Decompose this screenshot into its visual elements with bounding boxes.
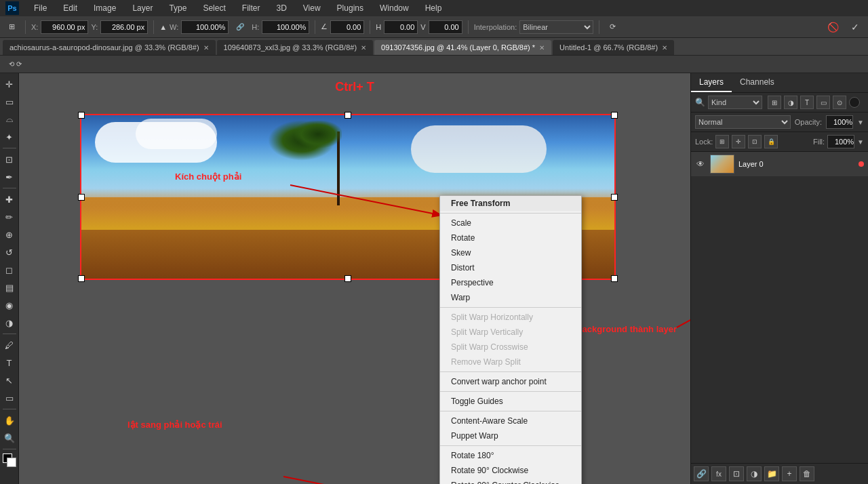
tab-3[interactable]: Untitled-1 @ 66.7% (RGB/8#) ✕ <box>553 40 674 55</box>
add-mask-btn[interactable]: ⊡ <box>729 466 744 481</box>
handle-mr[interactable] <box>611 194 618 201</box>
layer-row-0[interactable]: 👁 Layer 0 <box>691 152 868 176</box>
tab-layers[interactable]: Layers <box>691 73 732 92</box>
handle-tr[interactable] <box>611 112 618 119</box>
ctx-skew[interactable]: Skew <box>440 245 581 260</box>
tab-close-2[interactable]: ✕ <box>539 44 545 52</box>
w-input[interactable] <box>181 20 229 34</box>
handle-br[interactable] <box>611 275 618 282</box>
dodge-tool[interactable]: ◑ <box>1 315 18 331</box>
link-layers-btn[interactable]: 🔗 <box>694 466 709 481</box>
hskew-input[interactable] <box>384 20 418 34</box>
tab-close-0[interactable]: ✕ <box>203 44 209 52</box>
group-btn[interactable]: 📁 <box>764 466 779 481</box>
ctx-puppet-warp[interactable]: Puppet Warp <box>440 428 581 443</box>
ctx-convert-warp[interactable]: Convert warp anchor point <box>440 374 581 389</box>
clone-tool[interactable]: ⊕ <box>1 226 18 243</box>
new-layer-btn[interactable]: + <box>782 466 797 481</box>
tab-2[interactable]: 0913074356.jpg @ 41.4% (Layer 0, RGB/8#)… <box>374 40 551 55</box>
menu-3d[interactable]: 3D <box>272 2 290 14</box>
menu-file[interactable]: File <box>30 2 51 14</box>
warp-icon[interactable]: ⟳ <box>605 20 620 33</box>
lock-artboard-btn[interactable]: ⊡ <box>748 135 762 148</box>
menu-image[interactable]: Image <box>90 2 120 14</box>
crop-tool[interactable]: ⊡ <box>1 151 18 167</box>
ctx-toggle-guides[interactable]: Toggle Guides <box>440 394 581 409</box>
ctx-rotate90cw[interactable]: Rotate 90° Clockwise <box>440 463 581 478</box>
y-input[interactable] <box>100 20 148 34</box>
ctx-perspective[interactable]: Perspective <box>440 275 581 290</box>
ctx-rotate[interactable]: Rotate <box>440 230 581 245</box>
gradient-tool[interactable]: ▤ <box>1 279 18 296</box>
type-filter-btn[interactable]: T <box>800 96 814 109</box>
ctx-remove-warp-split[interactable]: Remove Warp Split <box>440 355 581 369</box>
adjustment-filter-btn[interactable]: ◑ <box>784 96 797 109</box>
eraser-tool[interactable]: ◻ <box>1 262 18 278</box>
blur-tool[interactable]: ◉ <box>1 297 18 313</box>
ctx-distort[interactable]: Distort <box>440 260 581 275</box>
menu-help[interactable]: Help <box>421 2 446 14</box>
tab-close-3[interactable]: ✕ <box>662 44 667 52</box>
foreground-color-btn[interactable] <box>1 452 18 468</box>
lock-pixels-btn[interactable]: ⊞ <box>715 135 729 148</box>
smartobj-filter-btn[interactable]: ⊙ <box>833 96 846 109</box>
ctx-split-warp-h[interactable]: Split Warp Horizontally <box>440 310 581 325</box>
type-tool[interactable]: T <box>1 355 18 371</box>
ctx-scale[interactable]: Scale <box>440 216 581 230</box>
ctx-rotate180[interactable]: Rotate 180° <box>440 448 581 463</box>
menu-select[interactable]: Select <box>199 2 229 14</box>
interpolation-select[interactable]: Bilinear Bicubic Nearest Neighbor <box>519 20 593 34</box>
ctx-split-warp-v[interactable]: Split Warp Vertically <box>440 325 581 340</box>
kind-select[interactable]: Kind Name <box>708 96 762 109</box>
x-input[interactable] <box>41 20 88 34</box>
lasso-tool[interactable]: ⌓ <box>1 111 18 127</box>
shape-filter-btn[interactable]: ▭ <box>816 96 830 109</box>
lock-all-btn[interactable]: 🔒 <box>764 135 778 148</box>
tab-1[interactable]: 109640873_xxl3.jpg @ 33.3% (RGB/8#) ✕ <box>217 40 373 55</box>
layer-visibility-btn[interactable]: 👁 <box>695 159 706 169</box>
ctx-warp[interactable]: Warp <box>440 290 581 305</box>
h-input[interactable] <box>262 20 309 34</box>
blend-mode-select[interactable]: Normal Multiply Screen <box>695 115 791 129</box>
menu-plugins[interactable]: Plugins <box>333 2 368 14</box>
menu-view[interactable]: View <box>299 2 325 14</box>
fill-arrow[interactable]: ▼ <box>857 138 864 146</box>
history-brush-tool[interactable]: ↺ <box>1 244 18 260</box>
hand-tool[interactable]: ✋ <box>1 412 18 428</box>
menu-filter[interactable]: Filter <box>238 2 264 14</box>
menu-window[interactable]: Window <box>376 2 413 14</box>
ctx-rotate90ccw[interactable]: Rotate 90° Counter Clockwise <box>440 478 581 484</box>
ctx-content-aware[interactable]: Content-Aware Scale <box>440 414 581 428</box>
pixel-filter-btn[interactable]: ⊞ <box>768 96 781 109</box>
tab-0[interactable]: achiosaurus-a-sauropod-dinosaur.jpg @ 33… <box>3 40 216 55</box>
marquee-rect-tool[interactable]: ▭ <box>1 94 18 110</box>
tab-close-1[interactable]: ✕ <box>361 44 366 52</box>
cancel-transform-btn[interactable]: 🚫 <box>823 20 844 35</box>
ctx-split-warp-c[interactable]: Split Warp Crosswise <box>440 340 581 355</box>
path-selection-tool[interactable]: ↖ <box>1 372 18 388</box>
healing-tool[interactable]: ✚ <box>1 191 18 207</box>
handle-ml[interactable] <box>78 194 85 201</box>
handle-bc[interactable] <box>344 275 351 282</box>
opacity-arrow[interactable]: ▼ <box>857 119 864 126</box>
menu-edit[interactable]: Edit <box>59 2 81 14</box>
filter-on-btn[interactable] <box>849 97 860 108</box>
pen-tool[interactable]: 🖊 <box>1 337 18 353</box>
handle-tc[interactable] <box>344 112 351 119</box>
delete-layer-btn[interactable]: 🗑 <box>800 466 814 481</box>
magic-wand-tool[interactable]: ✦ <box>1 129 18 145</box>
eyedropper-tool[interactable]: ✒ <box>1 169 18 185</box>
transform-reference-btn[interactable]: ⊞ <box>4 20 20 33</box>
menu-type[interactable]: Type <box>165 2 191 14</box>
opacity-input[interactable] <box>826 115 853 129</box>
handle-bl[interactable] <box>78 275 85 282</box>
brush-tool[interactable]: ✏ <box>1 209 18 225</box>
lock-pos-btn[interactable]: ✛ <box>732 135 745 148</box>
vskew-input[interactable] <box>429 20 462 34</box>
commit-transform-btn[interactable]: ✓ <box>846 20 864 35</box>
tab-channels[interactable]: Channels <box>732 73 783 92</box>
fill-input[interactable] <box>827 135 854 148</box>
handle-tl[interactable] <box>78 112 85 119</box>
rectangle-tool[interactable]: ▭ <box>1 390 18 406</box>
link-wh-btn[interactable]: 🔗 <box>231 21 249 33</box>
